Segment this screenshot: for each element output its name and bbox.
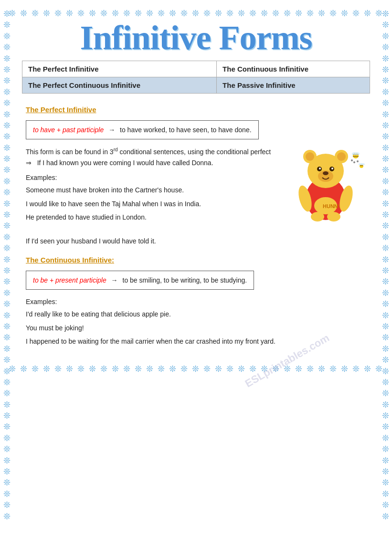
inner-content: Infinitive Forms The Perfect Infinitive … (22, 19, 370, 355)
nav-table: The Perfect Infinitive The Continuous In… (22, 61, 370, 94)
perfect-example-1: Someone must have broken into the Cartne… (26, 185, 280, 195)
svg-point-29 (353, 161, 355, 163)
border-top: ❊ ❊ ❊ ❊ ❊ ❊ ❊ ❊ ❊ ❊ ❊ ❊ ❊ ❊ ❊ ❊ ❊ ❊ ❊ ❊ … (9, 9, 383, 19)
svg-point-11 (323, 171, 328, 175)
border-bottom: ❊ ❊ ❊ ❊ ❊ ❊ ❊ ❊ ❊ ❊ ❊ ❊ ❊ ❊ ❊ ❊ ❊ ❊ ❊ ❊ … (9, 364, 383, 375)
nav-cell-passive[interactable]: The Passive Infinitive (217, 77, 370, 93)
continuous-example-3: I happened to be waiting for the mail ca… (26, 336, 366, 347)
svg-point-8 (319, 168, 321, 169)
svg-point-23 (355, 152, 360, 155)
examples-label-1: Examples: (26, 172, 280, 183)
nav-row-1: The Perfect Infinitive The Continuous In… (22, 61, 370, 77)
examples-label-2: Examples: (26, 296, 366, 307)
border-right: ❊❊❊❊❊❊❊❊❊❊❊❊❊❊❊❊❊❊❊❊❊❊❊❊❊❊❊❊❊❊❊❊❊❊❊❊❊❊❊❊… (379, 9, 392, 549)
svg-point-28 (351, 159, 353, 161)
formula-red-text: to have + past participle (33, 126, 104, 134)
nav-cell-perfect[interactable]: The Perfect Infinitive (22, 61, 217, 77)
page-title: Infinitive Forms (22, 19, 370, 57)
body-text-1: This form is can be found in 3rd conditi… (26, 146, 280, 168)
perfect-example-4: If I'd seen your husband I would have to… (26, 236, 366, 246)
continuous-formula-examples: to be smiling, to be writing, to be stud… (123, 276, 247, 284)
nav-cell-perfect-continuous[interactable]: The Perfect Continuous Infinitive (22, 77, 217, 93)
continuous-infinitive-section: The Continuous Infinitive: to be + prese… (26, 254, 366, 347)
continuous-formula-red: to be + present participle (33, 276, 106, 284)
perfect-infinitive-formula: to have + past participle → to have work… (26, 120, 259, 139)
continuous-formula-arrow: → (111, 276, 118, 284)
nav-cell-continuous[interactable]: The Continuous Infinitive (217, 61, 370, 77)
perfect-example-2: I would like to have seen the Taj Mahal … (26, 199, 280, 209)
svg-point-9 (331, 168, 333, 169)
continuous-infinitive-heading: The Continuous Infinitive: (26, 254, 366, 266)
perfect-example-3: He pretended to have studied in London. (26, 212, 280, 222)
content-area: The Perfect Infinitive to have + past pa… (22, 99, 370, 355)
continuous-example-2: You must be joking! (26, 323, 366, 333)
svg-point-27 (361, 163, 365, 165)
svg-text:HUNNY: HUNNY (323, 203, 342, 209)
border-left: ❊❊❊❊❊❊❊❊❊❊❊❊❊❊❊❊❊❊❊❊❊❊❊❊❊❊❊❊❊❊❊❊❊❊❊❊❊❊❊❊… (0, 9, 13, 549)
svg-point-3 (306, 152, 314, 161)
svg-point-30 (357, 160, 359, 162)
page: ❊ ❊ ❊ ❊ ❊ ❊ ❊ ❊ ❊ ❊ ❊ ❊ ❊ ❊ ❊ ❊ ❊ ❊ ❊ ❊ … (0, 0, 392, 558)
svg-point-5 (337, 152, 346, 161)
pooh-section: This form is can be found in 3rd conditi… (26, 146, 366, 232)
formula-arrow: → (108, 126, 115, 134)
svg-point-17 (327, 212, 340, 221)
perfect-infinitive-section: The Perfect Infinitive to have + past pa… (26, 104, 366, 247)
perfect-infinitive-heading: The Perfect Infinitive (26, 104, 366, 116)
formula-examples: to have worked, to have seen, to have do… (120, 126, 252, 134)
continuous-infinitive-formula: to be + present participle → to be smili… (26, 271, 254, 290)
continuous-example-1: I'd really like to be eating that delici… (26, 309, 366, 319)
nav-row-2: The Perfect Continuous Infinitive The Pa… (22, 77, 370, 93)
svg-point-16 (311, 212, 324, 221)
pooh-image: HUNNY (285, 132, 366, 222)
